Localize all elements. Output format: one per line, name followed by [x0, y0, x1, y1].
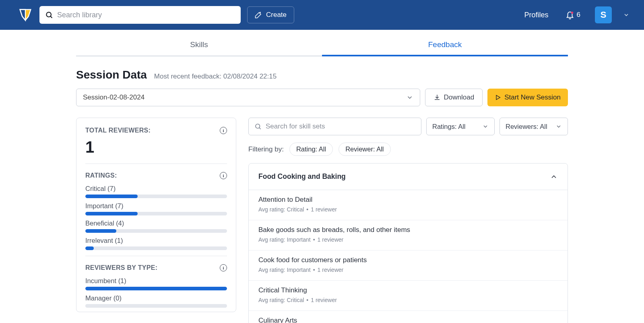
- chevron-down-icon: [623, 12, 630, 18]
- bell-icon: [566, 10, 574, 19]
- avatar-menu-caret[interactable]: [623, 12, 630, 18]
- bar-label: Manager (0): [85, 294, 227, 302]
- rating-bar-row: Important (7): [85, 202, 227, 215]
- download-label: Download: [444, 93, 475, 101]
- ratings-filter-value: Ratings: All: [432, 123, 466, 130]
- search-library[interactable]: [39, 6, 241, 24]
- rating-bar-row: Critical (7): [85, 185, 227, 198]
- bar-fill: [85, 246, 94, 250]
- page-subtitle: Most recent feedback: 02/08/2024 22:15: [154, 72, 277, 81]
- notification-count: 6: [577, 11, 580, 19]
- info-icon[interactable]: i: [220, 127, 227, 134]
- profiles-link[interactable]: Profiles: [524, 11, 549, 19]
- skill-item[interactable]: Bake goods such as breads, rolls, and ot…: [249, 220, 568, 251]
- chevron-down-icon: [406, 94, 413, 101]
- session-select-value: Session-02-08-2024: [83, 93, 144, 101]
- tab-skills[interactable]: Skills: [76, 31, 322, 56]
- create-button[interactable]: Create: [247, 6, 294, 23]
- rating-bar-row: Incumbent (1): [85, 277, 227, 290]
- skill-item-title: Attention to Detail: [258, 196, 558, 204]
- page-title: Session Data: [76, 68, 147, 81]
- skill-group-title: Food Cooking and Baking: [258, 172, 346, 181]
- skill-search-input[interactable]: [266, 122, 415, 130]
- bar-track: [85, 195, 227, 198]
- rating-bar-row: Beneficial (4): [85, 219, 227, 233]
- svg-line-1: [50, 16, 52, 18]
- skill-item[interactable]: Critical ThinkingAvg rating: Critical1 r…: [249, 281, 568, 311]
- bar-label: Critical (7): [85, 185, 227, 193]
- skill-item-title: Culinary Arts: [258, 317, 558, 323]
- rating-bar-row: Manager (0): [85, 294, 227, 308]
- bar-track: [85, 304, 227, 308]
- info-icon[interactable]: i: [220, 264, 227, 271]
- start-new-session-label: Start New Session: [504, 93, 561, 101]
- bar-fill: [85, 229, 116, 233]
- reviewers-filter-select[interactable]: Reviewers: All: [500, 118, 568, 135]
- download-button[interactable]: Download: [425, 89, 483, 106]
- ratings-filter-select[interactable]: Ratings: All: [426, 118, 495, 135]
- avatar[interactable]: S: [595, 6, 612, 23]
- svg-point-4: [256, 124, 260, 128]
- top-nav: Create Profiles 6 S: [0, 0, 644, 30]
- chevron-down-icon: [555, 123, 562, 130]
- download-icon: [433, 94, 441, 101]
- bar-fill: [85, 212, 138, 215]
- magic-wand-icon: [255, 11, 262, 19]
- skill-group-card: Food Cooking and Baking Attention to Det…: [248, 163, 568, 323]
- search-icon: [254, 123, 262, 130]
- filter-pill-reviewer[interactable]: Reviewer: All: [339, 143, 390, 156]
- bar-fill: [85, 287, 227, 290]
- play-icon: [495, 94, 501, 101]
- search-icon: [45, 11, 53, 19]
- skill-group-header[interactable]: Food Cooking and Baking: [249, 164, 568, 190]
- summary-panel: TOTAL REVIEWERS: i 1 RATINGS: i Critical…: [76, 118, 236, 312]
- svg-point-0: [46, 12, 51, 17]
- bar-label: Irrelevant (1): [85, 237, 227, 244]
- bar-track: [85, 229, 227, 233]
- chevron-down-icon: [482, 123, 489, 130]
- logo-icon: [18, 7, 33, 23]
- bar-track: [85, 287, 227, 290]
- bar-fill: [85, 195, 138, 198]
- skill-item-meta: Avg rating: Critical1 reviewer: [258, 297, 558, 303]
- bar-track: [85, 212, 227, 215]
- bar-label: Beneficial (4): [85, 219, 227, 227]
- session-select[interactable]: Session-02-08-2024: [76, 89, 420, 106]
- skill-item-title: Bake goods such as breads, rolls, and ot…: [258, 226, 558, 234]
- total-reviewers-value: 1: [85, 138, 227, 156]
- tab-feedback[interactable]: Feedback: [322, 31, 568, 56]
- bar-label: Important (7): [85, 202, 227, 210]
- reviewers-filter-value: Reviewers: All: [506, 123, 547, 130]
- search-library-input[interactable]: [57, 11, 235, 19]
- page-tabs: Skills Feedback: [76, 31, 568, 56]
- svg-marker-3: [496, 95, 500, 100]
- total-reviewers-label: TOTAL REVIEWERS:: [85, 127, 151, 134]
- start-new-session-button[interactable]: Start New Session: [487, 89, 568, 106]
- skill-search[interactable]: [248, 118, 421, 135]
- rating-bar-row: Irrelevant (1): [85, 237, 227, 250]
- create-button-label: Create: [266, 11, 287, 19]
- bar-track: [85, 246, 227, 250]
- skill-item[interactable]: Attention to DetailAvg rating: Critical1…: [249, 190, 568, 220]
- skill-item[interactable]: Cook food for customers or patientsAvg r…: [249, 251, 568, 281]
- filtering-by-label: Filtering by:: [248, 145, 284, 153]
- skill-item-title: Critical Thinking: [258, 286, 558, 294]
- skill-item-meta: Avg rating: Critical1 reviewer: [258, 206, 558, 213]
- skill-item[interactable]: Culinary ArtsAvg rating: Irrelevant1 rev…: [249, 311, 568, 323]
- svg-line-5: [259, 128, 261, 129]
- reviewer-types-label: REVIEWERS BY TYPE:: [85, 264, 157, 271]
- skill-item-meta: Avg rating: Important1 reviewer: [258, 236, 558, 243]
- info-icon[interactable]: i: [220, 172, 227, 179]
- filter-pill-rating[interactable]: Rating: All: [289, 143, 333, 156]
- skill-item-meta: Avg rating: Important1 reviewer: [258, 267, 558, 273]
- chevron-up-icon: [550, 173, 558, 181]
- skill-item-title: Cook food for customers or patients: [258, 256, 558, 264]
- notifications-button[interactable]: 6: [566, 10, 580, 19]
- bar-label: Incumbent (1): [85, 277, 227, 285]
- svg-point-2: [571, 12, 573, 14]
- ratings-label: RATINGS:: [85, 172, 117, 179]
